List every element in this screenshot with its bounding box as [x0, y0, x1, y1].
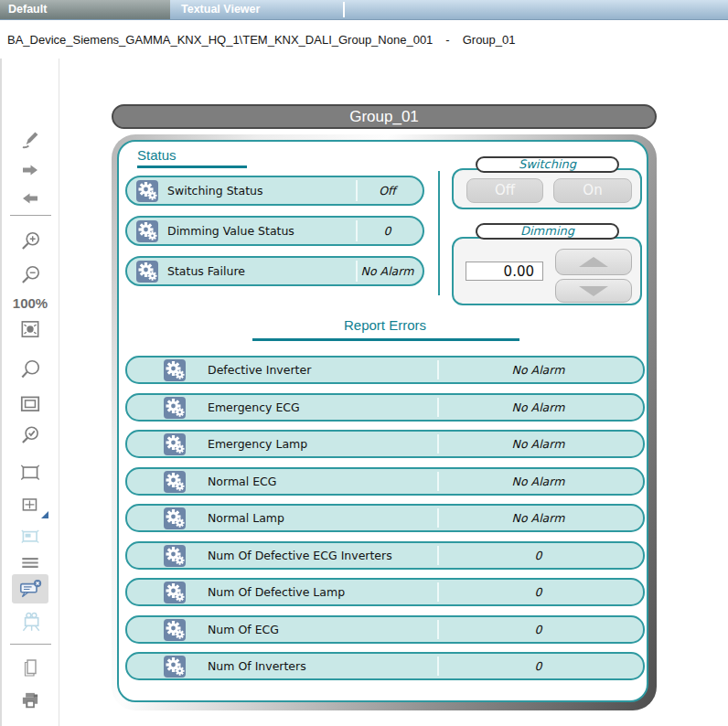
dimming-increase-button[interactable] [555, 249, 632, 275]
status-row-value: No Alarm [358, 258, 417, 284]
fit-page-icon[interactable] [16, 391, 45, 417]
selection-area-icon[interactable] [16, 460, 45, 486]
left-toolbar: 100% [0, 59, 60, 726]
gear-settings-icon[interactable] [164, 582, 186, 603]
report-row: Num Of Inverters 0 [125, 652, 645, 680]
status-heading-underline [137, 165, 247, 168]
dimming-group [452, 237, 642, 305]
report-row-label: Num Of Inverters [208, 654, 306, 678]
gear-settings-icon[interactable] [164, 433, 186, 455]
report-row-label: Num Of Defective Lamp [208, 580, 345, 604]
breadcrumb-page: Group_01 [463, 33, 516, 47]
zoom-in-icon[interactable] [16, 230, 45, 255]
gear-settings-icon[interactable] [164, 545, 186, 567]
gear-settings-icon[interactable] [164, 619, 186, 641]
panel-frame: Status Switching Status Off Dimming Valu… [112, 134, 657, 710]
report-row-value: No Alarm [439, 506, 637, 530]
copy-page-icon[interactable] [16, 655, 45, 680]
report-row: Emergency ECG No Alarm [125, 393, 645, 422]
status-row: Dimming Value Status 0 [125, 216, 424, 246]
status-row-value: Off [358, 177, 417, 204]
gear-settings-icon[interactable] [136, 180, 158, 202]
panel-body: Status Switching Status Off Dimming Valu… [117, 140, 648, 702]
report-row: Normal ECG No Alarm [125, 467, 645, 496]
group-title: Group_01 [112, 104, 657, 129]
report-row-value: 0 [439, 654, 637, 678]
dimming-decrease-button[interactable] [555, 279, 632, 303]
report-row-value: No Alarm [439, 432, 637, 456]
report-row-label: Normal Lamp [208, 506, 284, 530]
zoom-check-icon[interactable] [16, 423, 45, 449]
report-row: Num Of Defective Lamp 0 [125, 578, 645, 606]
crosshair-icon[interactable] [16, 493, 45, 518]
gear-settings-icon[interactable] [136, 261, 158, 283]
report-row-label: Defective Inverter [208, 358, 311, 382]
viewer-screen: Default Textual Viewer BA_Device_Siemens… [0, 0, 728, 726]
arrow-up-icon [579, 257, 608, 267]
toolbar-divider [10, 215, 51, 216]
print-icon[interactable] [16, 688, 45, 713]
status-row: Status Failure No Alarm [125, 256, 424, 286]
report-row-label: Normal ECG [208, 469, 277, 494]
toolbar-right-border [59, 59, 59, 726]
zoom-level-label[interactable]: 100% [5, 295, 55, 311]
report-row-value: 0 [439, 617, 637, 642]
arrow-right-icon[interactable] [16, 157, 45, 183]
dropdown-corner-icon [41, 511, 48, 518]
report-row: Num Of ECG 0 [125, 615, 645, 644]
report-row-label: Num Of ECG [208, 617, 279, 642]
status-row-label: Switching Status [167, 177, 262, 204]
center-view-icon[interactable] [16, 316, 45, 342]
arrow-left-icon[interactable] [16, 186, 45, 211]
report-row: Emergency Lamp No Alarm [125, 430, 645, 458]
breadcrumb-path: BA_Device_Siemens_GAMMA_KNX_HQ_1\TEM_KNX… [7, 33, 433, 47]
report-row-value: No Alarm [439, 469, 637, 494]
gear-settings-icon[interactable] [136, 220, 158, 242]
report-row-value: No Alarm [439, 395, 637, 420]
pen-icon[interactable] [16, 127, 45, 153]
switch-on-button[interactable]: On [553, 178, 632, 203]
status-section-divider [438, 171, 440, 295]
report-row-label: Num Of Defective ECG Inverters [208, 543, 392, 568]
report-row: Num Of Defective ECG Inverters 0 [125, 541, 645, 570]
zoom-out-icon[interactable] [16, 263, 45, 289]
report-row-value: 0 [439, 543, 637, 568]
report-row-label: Emergency ECG [208, 395, 300, 420]
gear-settings-icon[interactable] [164, 359, 186, 381]
search-icon[interactable] [16, 358, 45, 383]
tab-bar: Default Textual Viewer [0, 0, 728, 20]
report-row-value: 0 [439, 580, 637, 604]
gear-settings-icon[interactable] [164, 656, 186, 678]
camera-icon[interactable] [16, 609, 45, 635]
annotation-filter-icon[interactable] [12, 574, 48, 603]
report-errors-heading: Report Errors [125, 317, 645, 333]
tab-separator [343, 2, 345, 17]
gear-settings-icon[interactable] [164, 471, 186, 493]
arrow-down-icon [579, 286, 608, 296]
dimming-group-label: Dimming [476, 223, 619, 240]
tab-default[interactable]: Default [0, 0, 170, 19]
gear-settings-icon[interactable] [164, 397, 186, 419]
status-row-label: Dimming Value Status [167, 218, 294, 244]
status-heading: Status [137, 147, 177, 163]
dimming-value-input[interactable] [466, 262, 543, 281]
toolbar-divider [10, 644, 51, 645]
switch-off-button[interactable]: Off [466, 178, 543, 203]
report-row-value: No Alarm [439, 358, 637, 382]
layers-icon[interactable] [16, 550, 45, 576]
report-errors-underline [252, 338, 519, 341]
report-row-label: Emergency Lamp [208, 432, 307, 456]
gear-settings-icon[interactable] [164, 507, 186, 529]
report-row: Defective Inverter No Alarm [125, 356, 645, 384]
tab-textual-viewer[interactable]: Textual Viewer [170, 0, 344, 19]
breadcrumb-separator: - [445, 33, 449, 47]
switching-group: Off On [452, 168, 642, 209]
breadcrumb: BA_Device_Siemens_GAMMA_KNX_HQ_1\TEM_KNX… [0, 20, 728, 59]
status-row: Switching Status Off [125, 176, 424, 206]
region-select-icon[interactable] [16, 524, 45, 550]
switching-group-label: Switching [476, 156, 619, 173]
report-row: Normal Lamp No Alarm [125, 504, 645, 532]
status-row-label: Status Failure [167, 258, 245, 284]
status-row-value: 0 [358, 218, 417, 244]
